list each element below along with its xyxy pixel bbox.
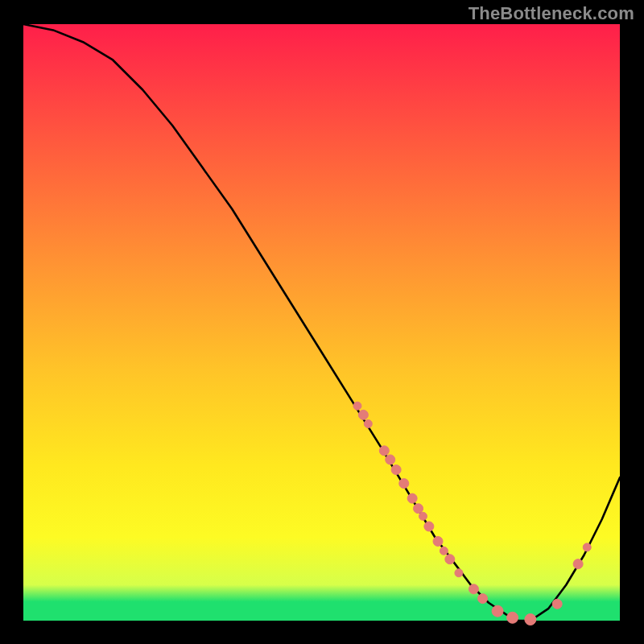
data-point-p8 [407,493,417,503]
data-point-p11 [424,522,434,531]
data-point-p9 [414,504,423,514]
data-point-p19 [507,612,518,623]
data-point-p13 [440,547,448,555]
data-point-p12 [433,536,443,546]
data-point-p7 [399,479,409,489]
data-point-p3 [364,419,372,427]
data-point-p16 [469,584,478,594]
data-point-p2 [358,410,368,419]
data-points-group [353,402,591,625]
data-point-p22 [573,559,583,569]
data-point-p18 [492,605,503,617]
data-point-p21 [552,599,562,609]
data-point-p10 [419,512,427,520]
data-point-p15 [455,569,463,577]
bottleneck-curve [23,24,620,621]
data-point-p17 [478,594,488,604]
plot-overlay [23,24,620,621]
watermark-text: TheBottleneck.com [469,3,634,24]
data-point-p4 [379,446,389,456]
data-point-p5 [386,455,395,464]
data-point-p14 [445,555,455,564]
data-point-p20 [525,614,536,625]
data-point-p6 [391,465,401,475]
chart-stage: TheBottleneck.com [0,0,644,644]
data-point-p1 [353,402,361,410]
data-point-p23 [583,543,591,551]
